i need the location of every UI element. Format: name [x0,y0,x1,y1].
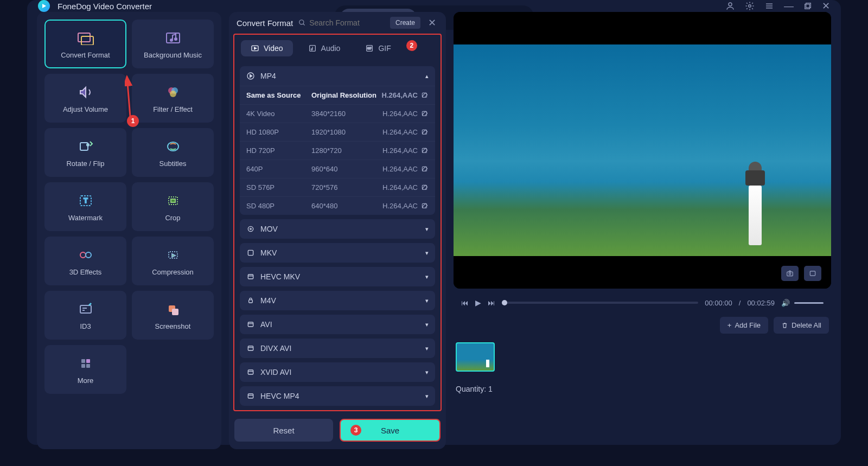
snapshot-button[interactable] [781,266,799,281]
play-button[interactable]: ▶ [475,298,481,307]
tool-id3[interactable]: ID3 [44,291,126,340]
svg-rect-32 [172,309,178,315]
panel-title: Convert Format [237,18,293,28]
thumbnail-1[interactable] [456,342,495,372]
callout-1: 1 [127,115,139,127]
preset-1080p[interactable]: HD 1080P1920*1080H.264,AAC [240,123,435,141]
menu-icon[interactable] [764,1,774,11]
next-button[interactable]: ⏭ [488,298,495,307]
svg-rect-36 [86,364,90,368]
svg-point-23 [80,252,86,258]
window-controls: — ✕ [725,0,830,12]
edit-icon[interactable] [421,147,429,155]
tool-3d-effects[interactable]: 3D Effects [44,237,126,285]
reset-button[interactable]: Reset [234,419,333,442]
save-button[interactable]: 3Save [340,419,441,442]
close-panel-button[interactable]: ✕ [426,17,438,29]
quantity-label: Quantity: 1 [454,380,831,398]
delete-all-button[interactable]: Delete All [774,317,829,334]
tool-filter-effect[interactable]: Filter / Effect [132,74,214,123]
svg-point-17 [87,144,89,146]
tool-label: Rotate / Flip [66,159,104,168]
video-player [454,12,831,289]
preset-480p[interactable]: SD 480P640*480H.264,AAC [240,196,435,215]
video-file-icon [246,272,255,281]
format-hevc-mp4: HEVC MP4▾ [240,386,435,406]
tool-compression[interactable]: Compression [132,237,214,285]
edit-icon[interactable] [421,202,429,210]
preset-720p[interactable]: HD 720P1280*720H.264,AAC [240,141,435,159]
tool-rotate-flip[interactable]: Rotate / Flip [44,128,126,177]
chevron-down-icon: ▾ [425,297,429,304]
tool-crop[interactable]: Crop [132,182,214,231]
tool-label: ID3 [80,322,91,330]
format-tab-audio[interactable]: Audio [298,40,350,56]
add-file-button[interactable]: +Add File [720,317,768,334]
maximize-button[interactable] [803,2,812,10]
preset-4k[interactable]: 4K Video3840*2160H.264,AAC [240,104,435,123]
volume-icon[interactable]: 🔊 [781,299,790,307]
edit-icon[interactable] [421,129,429,136]
tool-more[interactable]: More [44,345,126,394]
svg-rect-8 [78,33,90,42]
preset-same-as-source[interactable]: Same as SourceOriginal ResolutionH.264,A… [240,86,435,104]
video-frame [454,44,831,256]
create-button[interactable]: Create [390,17,420,29]
tool-screenshot[interactable]: Screenshot [132,291,214,340]
tool-adjust-volume[interactable]: Adjust Volume [44,74,126,123]
preset-640p[interactable]: 640P960*640H.264,AAC [240,159,435,178]
user-icon[interactable] [725,1,735,11]
fullscreen-button[interactable] [804,266,821,281]
close-button[interactable]: ✕ [822,0,830,12]
tool-label: Screenshot [155,322,191,330]
chevron-down-icon: ▾ [425,369,429,376]
tool-watermark[interactable]: TWatermark [44,182,126,231]
svg-marker-27 [172,254,175,257]
format-tab-video[interactable]: Video [241,40,293,56]
svg-point-56 [248,226,253,231]
edit-icon[interactable] [421,110,429,118]
chevron-down-icon: ▾ [425,393,429,400]
edit-icon[interactable] [421,165,429,173]
format-divx-avi: DIVX AVI▾ [240,339,435,358]
chevron-down-icon: ▾ [425,250,429,257]
svg-point-39 [299,20,304,24]
svg-rect-62 [248,322,253,327]
settings-icon[interactable] [745,1,755,11]
lighthouse-illustration [739,164,771,245]
minimize-button[interactable]: — [784,1,794,12]
volume-slider[interactable] [794,302,824,304]
svg-point-1 [729,3,732,6]
format-mkv: MKV▾ [240,243,435,263]
format-list[interactable]: MP4▴ Same as SourceOriginal ResolutionH.… [234,62,441,410]
format-mp4: MP4▴ Same as SourceOriginal ResolutionH.… [240,66,435,215]
svg-rect-70 [787,272,793,276]
video-file-icon [246,248,255,257]
svg-rect-68 [248,394,253,398]
tool-background-music[interactable]: Background Music [132,20,214,68]
format-mp4-header[interactable]: MP4▴ [240,66,435,86]
svg-point-2 [749,5,751,8]
format-hevc-mkv: HEVC MKV▾ [240,267,435,286]
format-tab-gif[interactable]: GIFGIF [355,40,400,56]
preset-576p[interactable]: SD 576P720*576H.264,AAC [240,178,435,196]
svg-rect-35 [81,364,85,368]
tool-subtitles[interactable]: Subtitles [132,128,214,177]
edit-icon[interactable] [421,92,429,99]
progress-bar[interactable] [502,302,698,304]
tool-convert-format[interactable]: Convert Format [44,20,126,68]
video-file-icon [246,320,255,329]
chevron-up-icon: ▴ [425,73,429,80]
svg-rect-9 [81,36,93,45]
video-file-icon [246,344,255,353]
svg-marker-48 [250,74,252,77]
svg-rect-33 [81,359,85,363]
edit-icon[interactable] [421,184,429,191]
search-input[interactable] [309,18,369,27]
chevron-down-icon: ▾ [425,273,429,280]
prev-button[interactable]: ⏮ [461,298,469,307]
svg-point-12 [175,38,177,40]
tool-label: 3D Effects [69,268,102,276]
format-xvid-avi: XVID AVI▾ [240,362,435,382]
svg-point-71 [789,273,791,275]
